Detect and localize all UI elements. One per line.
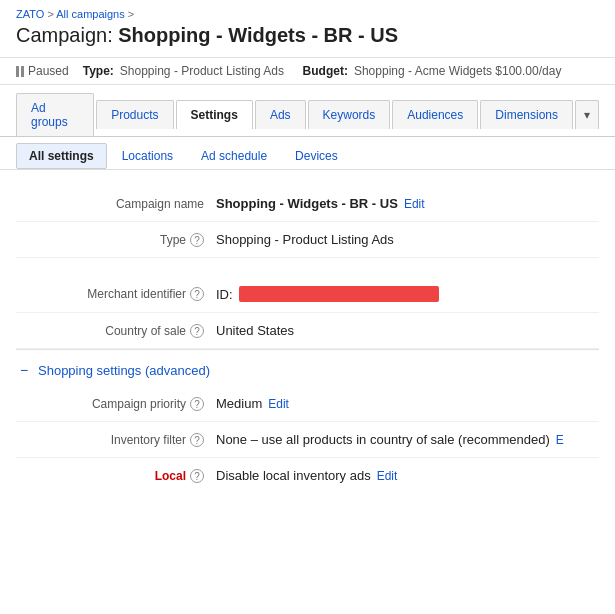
breadcrumb-parent[interactable]: All campaigns: [56, 8, 124, 20]
local-row: Local ? Disable local inventory ads Edit: [16, 458, 599, 493]
budget-value: Shopping - Acme Widgets $100.00/day: [354, 64, 561, 78]
advanced-settings: Campaign priority ? Medium Edit Inventor…: [16, 386, 599, 493]
type-label: Type:: [83, 64, 114, 78]
merchant-id-bar: [239, 286, 439, 302]
breadcrumb-root[interactable]: ZATO: [16, 8, 44, 20]
merchant-label: Merchant identifier ?: [16, 286, 216, 301]
tab-ads[interactable]: Ads: [255, 100, 306, 129]
local-help-icon[interactable]: ?: [190, 469, 204, 483]
type-value-display: Shopping - Product Listing Ads: [216, 232, 599, 247]
tab-products[interactable]: Products: [96, 100, 173, 129]
spacer-1: [16, 258, 599, 276]
priority-help-icon[interactable]: ?: [190, 397, 204, 411]
priority-value: Medium Edit: [216, 396, 599, 411]
inventory-label: Inventory filter ?: [16, 432, 216, 447]
country-value: United States: [216, 323, 599, 338]
type-row: Type ? Shopping - Product Listing Ads: [16, 222, 599, 258]
tab-more-button[interactable]: ▾: [575, 100, 599, 129]
breadcrumb: ZATO > All campaigns >: [0, 0, 615, 22]
country-row: Country of sale ? United States: [16, 313, 599, 349]
page-title-prefix: Campaign:: [16, 24, 118, 46]
type-help-icon[interactable]: ?: [190, 233, 204, 247]
inventory-row: Inventory filter ? None – use all produc…: [16, 422, 599, 458]
campaign-name-edit[interactable]: Edit: [404, 197, 425, 211]
breadcrumb-sep1: >: [47, 8, 56, 20]
type-label-row: Type ?: [16, 232, 216, 247]
tab-dimensions[interactable]: Dimensions: [480, 100, 573, 129]
sub-tab-locations[interactable]: Locations: [109, 143, 186, 169]
settings-content: Campaign name Shopping - Widgets - BR - …: [0, 170, 615, 509]
budget-label: Budget:: [303, 64, 348, 78]
tab-settings[interactable]: Settings: [176, 100, 253, 129]
sub-tab-all-settings[interactable]: All settings: [16, 143, 107, 169]
campaign-meta: Paused Type: Shopping - Product Listing …: [0, 57, 615, 85]
tab-ad-groups[interactable]: Ad groups: [16, 93, 94, 136]
inventory-value: None – use all products in country of sa…: [216, 432, 599, 447]
campaign-name-row: Campaign name Shopping - Widgets - BR - …: [16, 186, 599, 222]
pause-bar-2: [21, 66, 24, 77]
campaign-name-label: Campaign name: [16, 196, 216, 211]
country-help-icon[interactable]: ?: [190, 324, 204, 338]
sub-tab-ad-schedule[interactable]: Ad schedule: [188, 143, 280, 169]
local-edit[interactable]: Edit: [377, 469, 398, 483]
page-title: Campaign: Shopping - Widgets - BR - US: [0, 22, 615, 57]
tab-audiences[interactable]: Audiences: [392, 100, 478, 129]
merchant-row: Merchant identifier ? ID:: [16, 276, 599, 313]
sub-tab-bar: All settings Locations Ad schedule Devic…: [0, 137, 615, 170]
campaign-name-value: Shopping - Widgets - BR - US Edit: [216, 196, 599, 211]
collapse-icon[interactable]: −: [16, 362, 32, 378]
sub-tab-devices[interactable]: Devices: [282, 143, 351, 169]
paused-badge: Paused: [16, 64, 69, 78]
local-label: Local ?: [16, 468, 216, 483]
advanced-section-title[interactable]: Shopping settings (advanced): [38, 363, 210, 378]
type-value: Shopping - Product Listing Ads: [120, 64, 284, 78]
inventory-edit[interactable]: E: [556, 433, 564, 447]
merchant-value: ID:: [216, 286, 599, 302]
inventory-help-icon[interactable]: ?: [190, 433, 204, 447]
advanced-section-header: − Shopping settings (advanced): [16, 349, 599, 386]
priority-label: Campaign priority ?: [16, 396, 216, 411]
local-value: Disable local inventory ads Edit: [216, 468, 599, 483]
paused-icon: [16, 66, 24, 77]
tab-keywords[interactable]: Keywords: [308, 100, 391, 129]
campaign-name-title: Shopping - Widgets - BR - US: [118, 24, 398, 46]
meta-separator: [290, 64, 297, 78]
pause-bar-1: [16, 66, 19, 77]
tab-bar: Ad groups Products Settings Ads Keywords…: [0, 85, 615, 137]
priority-edit[interactable]: Edit: [268, 397, 289, 411]
country-label: Country of sale ?: [16, 323, 216, 338]
campaign-name-display: Shopping - Widgets - BR - US: [216, 196, 398, 211]
breadcrumb-sep2: >: [128, 8, 134, 20]
status-text: Paused: [28, 64, 69, 78]
priority-row: Campaign priority ? Medium Edit: [16, 386, 599, 422]
merchant-help-icon[interactable]: ?: [190, 287, 204, 301]
